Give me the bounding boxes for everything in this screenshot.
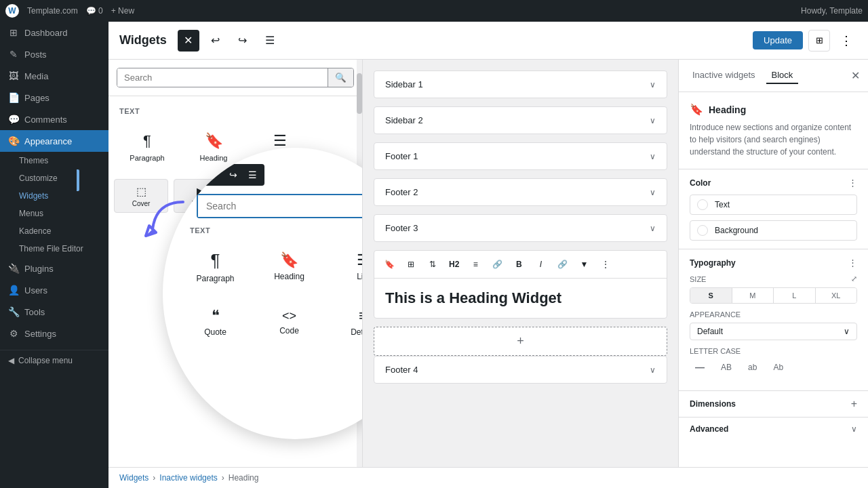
footer2-title: Footer 2 (385, 187, 418, 197)
size-adjust-icon[interactable]: ⤢ (851, 274, 857, 283)
text-color-option[interactable]: Text (690, 195, 857, 215)
scrollbar-thumb[interactable] (357, 73, 362, 114)
sidebar2-header[interactable]: Sidebar 2 ∨ (374, 107, 667, 134)
undo-button[interactable]: ↩ (205, 30, 226, 52)
bp-paragraph-label: Paragraph (196, 274, 234, 283)
list-view-button[interactable]: ☰ (259, 30, 281, 52)
search-button[interactable]: 🔍 (328, 68, 353, 87)
view-toggle-button[interactable]: ⊞ (808, 30, 830, 52)
sidebar-item-appearance[interactable]: 🎨 Appearance (0, 130, 108, 152)
sidebar-subitem-kadence[interactable]: Kadence (0, 222, 108, 240)
redo-button[interactable]: ↪ (232, 30, 254, 52)
size-m-btn[interactable]: M (732, 288, 774, 303)
sidebar-item-settings[interactable]: ⚙ Settings (0, 323, 108, 344)
footer2-header[interactable]: Footer 2 ∨ (374, 179, 667, 205)
sidebar-item-media[interactable]: 🖼 Media (0, 65, 108, 87)
sidebar-item-pages[interactable]: 📄 Pages (0, 87, 108, 108)
lc-none-btn[interactable]: — (690, 359, 710, 375)
footer4-chevron: ∨ (650, 365, 656, 375)
sidebar-item-tools[interactable]: 🔧 Tools (0, 301, 108, 323)
sidebar-item-dashboard[interactable]: ⊞ Dashboard (0, 22, 108, 43)
color-options-btn[interactable]: ⋮ (848, 178, 857, 188)
typography-options-btn[interactable]: ⋮ (848, 258, 857, 268)
heading-widget: 🔖 ⊞ ⇅ H2 ≡ 🔗 B I 🔗 ▼ ⋮ This is a Heading… (374, 250, 667, 319)
inline-link-btn[interactable]: 🔗 (553, 255, 572, 274)
size-label: SIZE ⤢ (690, 274, 857, 283)
lc-capitalize-btn[interactable]: Ab (768, 359, 789, 375)
widget-item-paragraph[interactable]: ¶ Paragraph (117, 123, 178, 171)
size-buttons: S M L XL (690, 287, 857, 304)
dimensions-row[interactable]: Dimensions + (679, 391, 868, 418)
grid-btn[interactable]: ⊞ (401, 255, 420, 274)
sidebar-subitem-theme-file-editor[interactable]: Theme File Editor (0, 240, 108, 258)
bp-item-code[interactable]: <> Code (254, 296, 325, 348)
sidebar1-header[interactable]: Sidebar 1 ∨ (374, 71, 667, 98)
bp-item-list[interactable]: ☰ List (328, 240, 363, 293)
mini-redo-btn[interactable]: ↪ (225, 167, 241, 183)
footer3-header[interactable]: Footer 3 ∨ (374, 215, 667, 241)
link-btn[interactable]: 🔗 (488, 255, 507, 274)
update-button[interactable]: Update (753, 31, 803, 49)
media-icon: 🖼 (8, 70, 19, 81)
footer1-chevron: ∨ (650, 152, 656, 161)
bp-quote-label: Quote (204, 327, 226, 337)
size-l-btn[interactable]: L (774, 288, 816, 303)
breadcrumb-widgets[interactable]: Widgets (119, 473, 149, 483)
text-color-circle (697, 199, 708, 210)
mini-list-btn[interactable]: ☰ (244, 167, 260, 183)
bp-item-quote[interactable]: ❝ Quote (180, 296, 251, 348)
footer4-header[interactable]: Footer 4 ∨ (374, 357, 667, 383)
block-tab[interactable]: Block (766, 67, 799, 84)
more-toolbar-btn[interactable]: ▼ (574, 255, 593, 274)
block-picker-search-input[interactable] (198, 195, 363, 217)
bp-details-icon: ≡ (359, 307, 363, 325)
comments-link[interactable]: 💬 0 (86, 6, 103, 16)
breadcrumb-inactive[interactable]: Inactive widgets (159, 473, 217, 483)
lc-uppercase-btn[interactable]: AB (715, 359, 737, 375)
right-panel: Inactive widgets Block ✕ 🔖 Heading Intro… (678, 60, 868, 467)
heading-widget-text[interactable]: This is a Heading Widget (385, 289, 656, 307)
sidebar-subitem-widgets[interactable]: Widgets (0, 187, 108, 205)
bp-code-icon: <> (282, 309, 296, 323)
bp-item-details[interactable]: ≡ Details (328, 296, 363, 348)
search-input[interactable] (117, 68, 328, 87)
wp-logo[interactable]: W (5, 4, 19, 18)
widget-cover[interactable]: ⬚ Cover (114, 179, 168, 213)
align-btn[interactable]: ≡ (466, 255, 485, 274)
italic-btn[interactable]: I (531, 255, 550, 274)
collapse-menu[interactable]: ◀ Collapse menu (0, 350, 108, 371)
sidebar-subitem-customize[interactable]: Customize (0, 169, 108, 187)
sidebar-subitem-menus[interactable]: Menus (0, 205, 108, 222)
editor-area: Widgets ✕ ↩ ↪ ☰ Update ⊞ ⋮ 🔍 TEXT (108, 22, 868, 488)
close-button[interactable]: ✕ (178, 30, 199, 52)
h2-button[interactable]: H2 (445, 258, 463, 270)
background-color-option[interactable]: Background (690, 220, 857, 241)
appearance-select[interactable]: Default ∨ (690, 323, 857, 340)
sidebar-item-users[interactable]: 👤 Users (0, 279, 108, 301)
size-s-btn[interactable]: S (690, 288, 732, 303)
sidebar-item-comments[interactable]: 💬 Comments (0, 108, 108, 130)
list-icon: ☰ (273, 132, 287, 150)
sidebar-item-plugins[interactable]: 🔌 Plugins (0, 258, 108, 279)
footer1-header[interactable]: Footer 1 ∨ (374, 143, 667, 169)
sidebar2-chevron: ∨ (650, 116, 656, 125)
footer1-block: Footer 1 ∨ (374, 142, 667, 170)
new-link[interactable]: + New (111, 6, 134, 16)
bookmark-btn[interactable]: 🔖 (380, 255, 399, 274)
toolbar-options-btn[interactable]: ⋮ (596, 255, 615, 274)
lc-lowercase-btn[interactable]: ab (743, 359, 762, 375)
bp-item-heading[interactable]: 🔖 Heading (254, 240, 325, 293)
add-block-button[interactable]: + (374, 327, 667, 356)
sidebar-item-posts[interactable]: ✎ Posts (0, 43, 108, 65)
sidebar1-block: Sidebar 1 ∨ (374, 70, 667, 98)
size-xl-btn[interactable]: XL (816, 288, 857, 303)
advanced-row[interactable]: Advanced ∨ (679, 418, 868, 441)
bp-item-paragraph[interactable]: ¶ Paragraph (180, 240, 251, 293)
more-options-button[interactable]: ⋮ (835, 30, 857, 52)
move-btn[interactable]: ⇅ (423, 255, 442, 274)
inactive-widgets-tab[interactable]: Inactive widgets (687, 67, 761, 84)
bold-btn[interactable]: B (509, 255, 528, 274)
right-panel-close[interactable]: ✕ (851, 69, 860, 82)
site-name[interactable]: Template.com (27, 6, 78, 16)
sidebar-subitem-themes[interactable]: Themes (0, 152, 108, 169)
